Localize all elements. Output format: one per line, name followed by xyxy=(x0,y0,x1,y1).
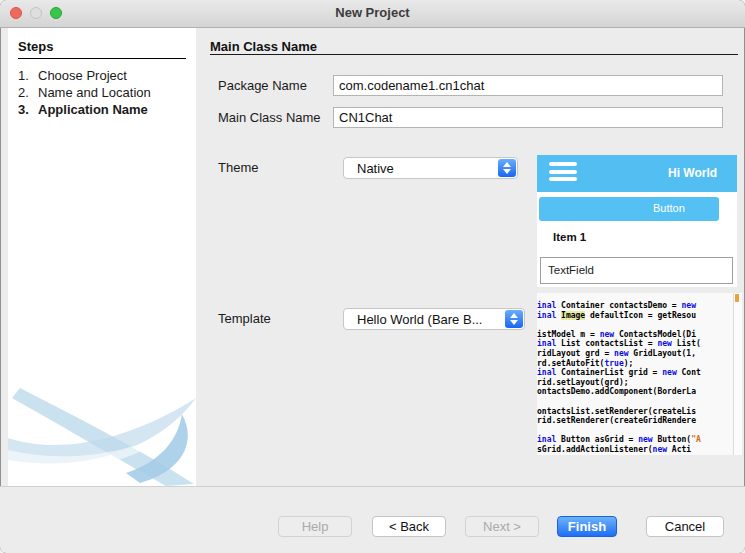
titlebar[interactable]: New Project xyxy=(0,0,745,28)
steps-sidebar: Steps 1. Choose Project 2. Name and Loca… xyxy=(8,28,196,486)
step-label: Choose Project xyxy=(38,67,127,84)
finish-button[interactable]: Finish xyxy=(557,516,617,537)
cancel-button[interactable]: Cancel xyxy=(646,516,724,537)
preview-title-text: Hi World xyxy=(668,166,717,180)
panel-title: Main Class Name xyxy=(210,39,317,54)
theme-preview-titlebar: Hi World xyxy=(537,155,737,192)
template-label: Template xyxy=(218,308,271,330)
panel-title-rule xyxy=(210,54,738,55)
template-select-value: Hello World (Bare B... xyxy=(357,312,500,327)
chevron-up-down-icon xyxy=(505,310,523,328)
preview-textfield-value: TextField xyxy=(548,264,594,276)
hamburger-menu-icon xyxy=(549,162,577,184)
dialog-footer: Help < Back Next > Finish Cancel xyxy=(0,486,745,553)
template-code-preview: inal Container contactsDemo = newinal Im… xyxy=(537,293,733,455)
wizard-watermark-graphic xyxy=(8,376,196,486)
steps-heading: Steps xyxy=(18,39,186,59)
theme-label: Theme xyxy=(218,157,258,179)
back-button[interactable]: < Back xyxy=(372,516,446,537)
template-select[interactable]: Hello World (Bare B... xyxy=(343,308,525,330)
step-label: Name and Location xyxy=(38,84,151,101)
code-error-stripe-mark xyxy=(735,294,739,302)
chevron-up-down-icon xyxy=(498,159,516,177)
package-name-input[interactable] xyxy=(333,75,723,96)
help-button[interactable]: Help xyxy=(278,516,352,537)
code-preview-scrollbar[interactable] xyxy=(733,293,742,455)
theme-select-value: Native xyxy=(357,161,493,176)
window-title: New Project xyxy=(0,5,745,20)
next-button[interactable]: Next > xyxy=(465,516,539,537)
step-application-name: 3. Application Name xyxy=(18,101,192,118)
theme-preview-body: Button Item 1 TextField xyxy=(537,192,737,287)
preview-button: Button xyxy=(539,197,719,221)
new-project-dialog: New Project Steps 1. Choose Project 2. N… xyxy=(0,0,745,553)
package-name-label: Package Name xyxy=(218,75,307,96)
preview-button-label: Button xyxy=(653,202,685,214)
steps-list: 1. Choose Project 2. Name and Location 3… xyxy=(18,67,192,118)
step-choose-project: 1. Choose Project xyxy=(18,67,192,84)
theme-select[interactable]: Native xyxy=(343,157,518,179)
preview-list-item: Item 1 xyxy=(553,231,586,243)
step-label: Application Name xyxy=(38,101,148,118)
main-class-name-label: Main Class Name xyxy=(218,107,321,128)
main-class-name-input[interactable] xyxy=(333,107,723,128)
step-name-and-location: 2. Name and Location xyxy=(18,84,192,101)
preview-textfield: TextField xyxy=(540,257,733,284)
code-preview-lines: inal Container contactsDemo = newinal Im… xyxy=(537,293,733,455)
